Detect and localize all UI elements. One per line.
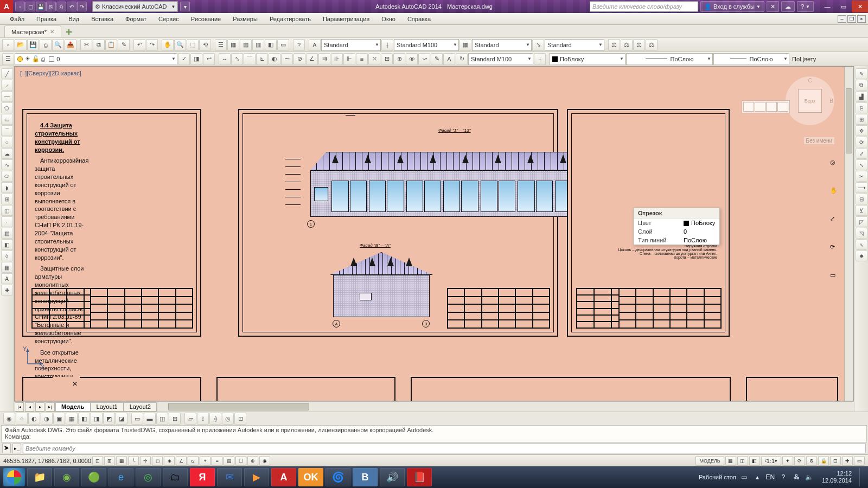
start-button[interactable] [3, 468, 25, 486]
dimarc-icon[interactable]: ⌒ [244, 53, 256, 65]
vs10-icon[interactable]: ◪ [116, 413, 127, 425]
dimqck-icon[interactable]: ⇉ [318, 53, 330, 65]
tol-icon[interactable]: ⊞ [381, 53, 393, 65]
r2-icon[interactable]: ▬ [144, 413, 156, 425]
close-icon[interactable]: ✕ [50, 29, 54, 35]
annoscale2-icon[interactable]: ⚖ [621, 39, 633, 51]
ellipse-icon[interactable]: ⬭ [1, 171, 13, 182]
r4-icon[interactable]: ⊞ [169, 413, 181, 425]
tab-first[interactable]: |◂ [15, 402, 24, 412]
pline-icon[interactable]: 〰 [1, 91, 13, 102]
dimrad-icon[interactable]: ◐ [269, 53, 280, 65]
menu-draw[interactable]: Рисование [186, 15, 226, 23]
status-iso-icon[interactable]: ✚ [842, 456, 853, 466]
menu-help[interactable]: Справка [402, 15, 436, 23]
extend-icon[interactable]: ⟶ [856, 182, 867, 193]
stayconnected-button[interactable]: ☁ [781, 1, 795, 12]
am-icon[interactable]: ◉ [259, 456, 270, 466]
annoscale3-icon[interactable]: ⚖ [633, 39, 645, 51]
cmd-prompt-icon[interactable]: ▸_ [12, 444, 21, 453]
tpy-icon[interactable]: ▤ [224, 456, 234, 466]
workspace-selector[interactable]: Классический AutoCAD ▼ [92, 1, 178, 12]
r6-icon[interactable]: ⟟ [197, 413, 209, 425]
grip-marker[interactable]: — [346, 109, 355, 120]
qp-icon[interactable]: ☐ [235, 456, 246, 466]
dimjog-icon[interactable]: ⤳ [281, 53, 293, 65]
layer-combo[interactable]: ☀ 🔓 ⎙ 0▼ [15, 53, 177, 65]
plotstyle-combo[interactable]: ПоЦвету [790, 53, 833, 65]
app-logo[interactable]: A [0, 0, 13, 13]
dimdia-icon[interactable]: ⊘ [293, 53, 305, 65]
drawing-viewport[interactable]: [–][Сверху][2D-каркас] С В Верх Без имен… [15, 67, 844, 401]
tray-aero-icon[interactable]: ▭ [739, 472, 749, 482]
insert-icon[interactable]: ⊞ [1, 194, 13, 204]
dimbrk-icon[interactable]: ⤫ [368, 53, 380, 65]
status-qvd-icon[interactable]: ◧ [749, 456, 760, 466]
help2-icon[interactable]: ? [293, 39, 305, 51]
status-scale[interactable]: ⟟ 1:1 ▾ [761, 456, 781, 466]
mleaderstyle-icon[interactable]: ↘ [532, 39, 544, 51]
menu-parametric[interactable]: Параметризация [317, 15, 375, 23]
new-icon[interactable]: ▫ [2, 39, 14, 51]
qat-plot[interactable]: ⎙ [56, 2, 66, 11]
vp-btn4[interactable] [777, 102, 788, 112]
status-ws-icon[interactable]: ⚙ [806, 456, 817, 466]
menu-format[interactable]: Формат [120, 15, 152, 23]
menu-modify[interactable]: Редактировать [264, 15, 316, 23]
r1-icon[interactable]: ▭ [131, 413, 143, 425]
close-button[interactable]: ✕ [852, 1, 868, 12]
spline-icon[interactable]: ∿ [1, 159, 13, 170]
lweight-combo[interactable]: ПоСлою▼ [713, 53, 789, 65]
zoomext-icon[interactable]: ⤢ [830, 215, 842, 227]
redo2-icon[interactable]: ↷ [146, 39, 158, 51]
menu-dimension[interactable]: Размеры [227, 15, 263, 23]
vs3-icon[interactable]: ◐ [28, 413, 40, 425]
markup-icon[interactable]: ◧ [265, 39, 277, 51]
vs9-icon[interactable]: ◩ [103, 413, 115, 425]
dimalg-icon[interactable]: ⤡ [231, 53, 243, 65]
hatch-icon[interactable]: ▨ [1, 228, 13, 239]
ucs-icon[interactable]: XY [24, 345, 46, 368]
move-icon[interactable]: ✥ [856, 125, 867, 136]
qcalc-icon[interactable]: ▭ [277, 39, 289, 51]
task-app3[interactable]: 🌀 [326, 468, 350, 486]
textstyle-combo[interactable]: Standard▼ [321, 39, 381, 51]
menu-file[interactable]: Файл [4, 15, 30, 23]
tp-icon[interactable]: ▤ [240, 39, 252, 51]
annoscale4-icon[interactable]: ⚖ [646, 39, 658, 51]
tablestyle-icon[interactable]: ▦ [459, 39, 471, 51]
doc-close[interactable]: × [857, 15, 866, 23]
qat-save[interactable]: 💾 [36, 2, 46, 11]
menu-tools[interactable]: Сервис [153, 15, 184, 23]
show-desktop-button[interactable] [859, 468, 865, 486]
dimupd-icon[interactable]: ↻ [456, 53, 468, 65]
tray-show-hidden-icon[interactable]: ▴ [752, 472, 762, 482]
copy2-icon[interactable]: ⧉ [856, 80, 867, 91]
signin-button[interactable]: 👤Вход в службы▼ [700, 1, 764, 12]
menu-view[interactable]: Вид [63, 15, 85, 23]
zoom-icon[interactable]: 🔍 [174, 39, 186, 51]
r8-icon[interactable]: ◎ [222, 413, 234, 425]
open-icon[interactable]: 📂 [15, 39, 27, 51]
3dosnap-icon[interactable]: ◈ [164, 456, 175, 466]
tray-help-icon[interactable]: ? [778, 472, 788, 482]
props-icon[interactable]: ☰ [215, 39, 227, 51]
status-annoauto-icon[interactable]: ⟳ [794, 456, 805, 466]
sc-icon[interactable]: ⊕ [247, 456, 258, 466]
minimize-button[interactable]: — [819, 1, 835, 12]
qat-undo[interactable]: ↶ [67, 2, 76, 11]
help-search-input[interactable]: Введите ключевое слово/фразу [590, 1, 698, 12]
revcloud-icon[interactable]: ☁ [1, 148, 13, 159]
vp-btn2[interactable] [755, 102, 765, 112]
osnap-icon[interactable]: ◻ [152, 456, 163, 466]
ltype-combo[interactable]: ПоСлою▼ [626, 53, 713, 65]
qat-open[interactable]: ▢ [25, 2, 35, 11]
vs2-icon[interactable]: ○ [16, 413, 28, 425]
mirror-icon[interactable]: ▟ [856, 91, 867, 102]
ellipsearc-icon[interactable]: ◗ [1, 182, 13, 193]
orbit-icon[interactable]: ⟳ [830, 243, 842, 255]
grid-icon[interactable]: ▦ [116, 456, 127, 466]
save-icon[interactable]: 💾 [27, 39, 39, 51]
task-autocad[interactable]: A [271, 468, 296, 486]
task-ok[interactable]: OK [298, 468, 323, 486]
